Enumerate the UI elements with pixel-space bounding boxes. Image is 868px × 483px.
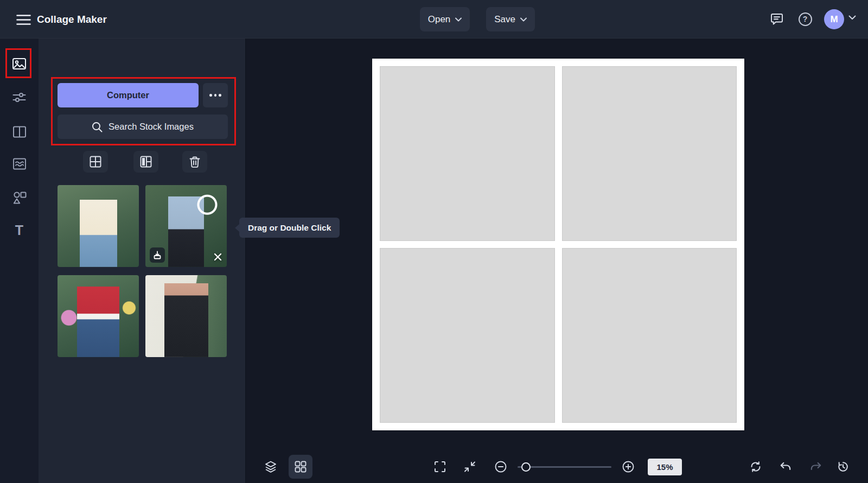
collage-cell[interactable]: [562, 66, 737, 241]
rail-item-layouts[interactable]: [7, 119, 31, 144]
computer-button-label: Computer: [107, 90, 149, 100]
main-menu-button[interactable]: [12, 8, 35, 31]
drag-tooltip: Drag or Double Click: [239, 218, 340, 238]
grid-icon: [90, 156, 101, 168]
collage-layout-button[interactable]: [133, 151, 158, 173]
shapes-icon: [12, 190, 27, 205]
rail-item-images[interactable]: [7, 52, 31, 76]
rail-item-background[interactable]: [7, 151, 31, 176]
import-icon: [153, 251, 162, 259]
collage-cell[interactable]: [562, 248, 737, 423]
image-manager-panel: Image Manager i Computer Search Stock Im…: [39, 39, 246, 483]
search-stock-images-button[interactable]: Search Stock Images: [58, 115, 228, 139]
delete-images-button[interactable]: [182, 151, 207, 173]
zoom-out-icon: [494, 460, 507, 473]
undo-button[interactable]: [774, 455, 797, 479]
account-avatar[interactable]: M: [824, 9, 844, 29]
computer-upload-button[interactable]: Computer: [58, 83, 199, 107]
thumbnail-image[interactable]: [145, 275, 227, 357]
feedback-button[interactable]: [765, 8, 788, 30]
tool-rail: T: [0, 39, 39, 483]
chevron-down-icon: [520, 17, 527, 22]
fit-screen-icon: [464, 461, 476, 473]
collage-cell[interactable]: [380, 66, 555, 241]
zoom-out-button[interactable]: [489, 455, 513, 479]
text-tool-icon: T: [15, 224, 23, 237]
help-button[interactable]: ?: [794, 8, 816, 30]
fullscreen-button[interactable]: [428, 455, 452, 479]
collage-grid: [380, 66, 737, 423]
redo-button[interactable]: [804, 455, 828, 479]
layers-button[interactable]: [259, 455, 283, 479]
thumbnail-image[interactable]: [145, 185, 227, 267]
save-button[interactable]: Save: [486, 7, 535, 31]
sliders-icon: [12, 90, 27, 105]
app-title: Collage Maker: [37, 0, 107, 39]
save-button-label: Save: [494, 14, 515, 25]
thumbnail-image[interactable]: [58, 185, 139, 267]
trash-icon: [189, 156, 201, 168]
close-icon: [214, 253, 222, 261]
history-button[interactable]: [831, 455, 855, 479]
image-icon: [12, 56, 27, 71]
rail-item-elements[interactable]: [7, 185, 31, 209]
thumbnail-image[interactable]: [58, 275, 139, 357]
workspace: [246, 39, 868, 483]
search-button-label: Search Stock Images: [108, 122, 194, 132]
feedback-icon: [770, 13, 783, 26]
chevron-down-icon: [455, 17, 462, 22]
undo-icon: [779, 460, 792, 473]
collage-icon: [140, 156, 152, 168]
pages-grid-button[interactable]: [289, 455, 312, 479]
rail-item-adjust[interactable]: [7, 85, 31, 110]
ellipsis-icon: [209, 94, 212, 97]
refresh-button[interactable]: [744, 455, 768, 479]
more-options-button[interactable]: [203, 83, 228, 107]
open-button[interactable]: Open: [420, 7, 470, 31]
fullscreen-icon: [434, 461, 446, 473]
zoom-in-button[interactable]: [616, 455, 640, 479]
zoom-in-icon: [622, 460, 635, 473]
account-chevron-icon[interactable]: [848, 15, 856, 20]
grid-layout-button[interactable]: [83, 151, 108, 173]
remove-image-button[interactable]: [212, 251, 223, 262]
ellipsis-icon: [214, 94, 217, 97]
ellipsis-icon: [219, 94, 221, 97]
fit-to-screen-button[interactable]: [458, 455, 482, 479]
zoom-level[interactable]: 15%: [648, 459, 682, 475]
layout-icon: [12, 125, 27, 139]
collage-cell[interactable]: [380, 248, 555, 423]
history-icon: [837, 460, 850, 473]
refresh-icon: [749, 460, 762, 473]
grid-view-icon: [295, 461, 307, 473]
collage-maker-app: Collage Maker Open Save ? M: [0, 0, 868, 483]
rail-item-text[interactable]: T: [7, 218, 31, 243]
search-icon: [92, 122, 103, 132]
redo-icon: [809, 460, 822, 473]
zoom-slider[interactable]: [518, 466, 611, 468]
open-button-label: Open: [428, 14, 451, 25]
layers-icon: [264, 460, 277, 473]
collage-canvas[interactable]: [372, 59, 744, 430]
help-icon: ?: [799, 12, 812, 26]
top-bar: Collage Maker Open Save ? M: [0, 0, 868, 39]
background-waves-icon: [12, 157, 27, 171]
insert-image-button[interactable]: [150, 247, 165, 263]
zoom-slider-handle[interactable]: [521, 462, 531, 472]
hamburger-icon: [16, 14, 31, 26]
